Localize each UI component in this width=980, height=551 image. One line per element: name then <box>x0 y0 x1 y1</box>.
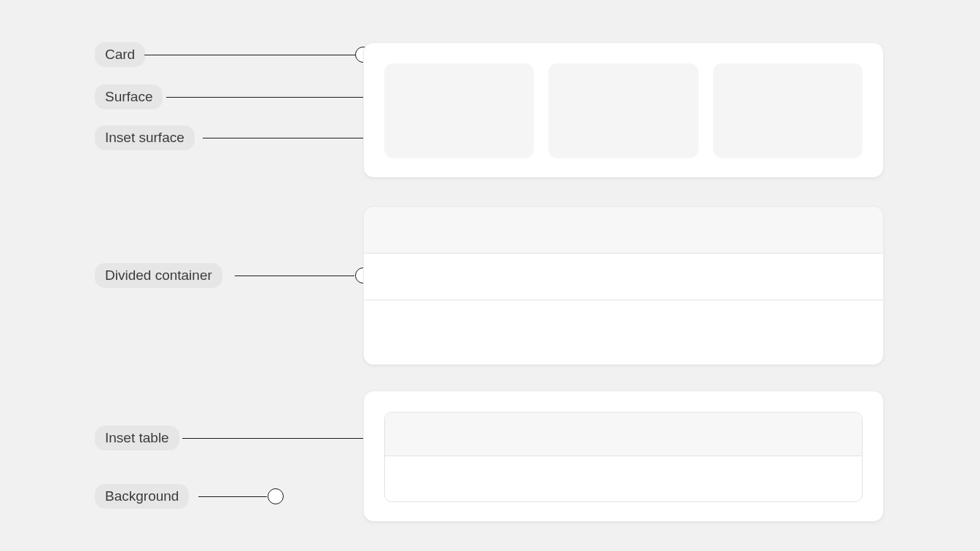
inset-surface-cell <box>384 63 534 158</box>
inset-surface-cell <box>548 63 698 158</box>
label-surface: Surface <box>95 85 163 109</box>
connector-divided <box>235 276 354 276</box>
inset-surface-row <box>384 63 863 158</box>
example-card-panel <box>363 42 884 178</box>
example-divided-container <box>363 206 884 365</box>
label-card: Card <box>95 42 145 67</box>
divided-row <box>364 254 883 300</box>
inset-surface-cell <box>713 63 863 158</box>
inset-table-header-row <box>385 413 862 456</box>
inset-table-row <box>385 456 862 500</box>
label-inset-surface: Inset surface <box>95 125 195 150</box>
connector-surface <box>166 97 369 98</box>
divided-row <box>364 300 883 347</box>
label-divided-container: Divided container <box>95 263 222 288</box>
connector-card <box>144 55 356 55</box>
divided-header-row <box>364 207 883 254</box>
label-inset-table: Inset table <box>95 426 179 450</box>
inset-table <box>384 412 863 502</box>
label-background: Background <box>95 484 189 509</box>
connector-background <box>198 496 267 497</box>
example-inset-table-panel <box>363 391 884 522</box>
marker-background <box>268 488 284 504</box>
